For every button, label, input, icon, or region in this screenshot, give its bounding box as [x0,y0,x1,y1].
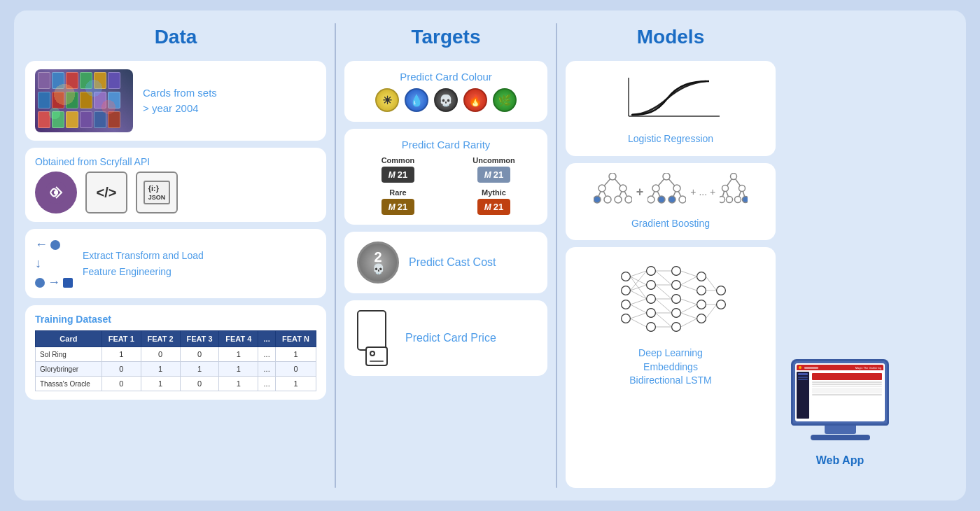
data-title: Data [25,23,326,54]
rarity-uncommon: Uncommon M21 [449,156,539,183]
svg-point-47 [647,267,656,276]
svg-point-14 [604,196,611,203]
rarity-title: Predict Card Rarity [402,139,491,150]
monitor-stand [825,426,856,434]
table-row: Sol Ring1001...1 [36,347,316,362]
cards-text-line2: > year 2004 [143,101,217,117]
scryfall-icon [35,172,77,214]
dots-sign: + ... + [690,186,715,197]
price-icon [357,310,396,366]
gb-title: Gradient Boosting [631,217,710,231]
svg-point-54 [672,295,681,304]
data-column: Data [25,23,326,488]
svg-point-43 [622,272,631,281]
svg-point-29 [679,196,686,203]
svg-line-92 [706,304,716,318]
monitor-base [811,435,870,440]
svg-point-62 [717,300,726,309]
svg-point-46 [622,314,631,323]
svg-line-88 [680,318,696,327]
monitor-screen: Magic The Gathering [795,363,885,421]
uncommon-badge: M21 [477,167,510,183]
svg-line-84 [680,285,696,290]
svg-point-39 [720,196,725,202]
etl-icon: ← ↓ → [35,237,73,290]
svg-point-42 [743,196,748,202]
models-column: Models Logistic Regression [566,23,776,488]
code-icon: </> [85,172,127,214]
svg-point-25 [673,185,680,192]
svg-line-74 [655,271,671,285]
svg-line-72 [630,318,646,327]
main-container: Data [14,10,966,500]
svg-line-68 [630,290,646,299]
svg-point-59 [697,300,706,309]
table-row: Thassa's Oracle0101...1 [36,377,316,391]
gradient-boosting-panel: + + ... + [566,163,776,241]
svg-line-71 [630,313,646,318]
col-card: Card [36,331,102,347]
price-title: Predict Card Price [405,332,496,344]
col-feat4: FEAT 4 [219,331,258,347]
col-feat1: FEAT 1 [102,331,141,347]
logistic-title: Logistic Regression [628,132,713,146]
cards-image [35,69,133,132]
cards-text: Cards from sets > year 2004 [143,85,217,117]
svg-line-89 [706,276,716,290]
etl-panel: ← ↓ → Extract Transform and Load Feature… [25,229,326,298]
api-label: Obtained from Scryfall API [35,156,316,167]
svg-point-16 [625,196,632,203]
svg-point-61 [717,286,726,295]
svg-line-78 [655,299,671,313]
svg-point-12 [620,185,626,192]
col-featn: FEAT N [276,331,316,347]
rarity-rare: Rare M21 [353,188,443,215]
plus-1: + [636,185,644,200]
svg-point-53 [672,281,681,290]
predict-rarity-panel: Predict Card Rarity Common M21 Uncommon … [344,129,547,225]
targets-column: Targets Predict Card Colour ☀ 💧 💀 🔥 🌿 Pr… [344,23,547,488]
tree-3-icon [720,173,748,211]
svg-point-56 [672,323,681,332]
svg-line-86 [680,304,696,313]
colour-icons: ☀ 💧 💀 🔥 🌿 [375,88,517,112]
svg-point-55 [672,309,681,318]
svg-point-28 [668,196,676,203]
svg-point-13 [594,196,601,203]
common-badge: M21 [382,167,414,183]
mana-black: 💀 [434,88,458,112]
json-icon: {i:}JSON [136,172,178,214]
webapp-monitor: Magic The Gathering [791,359,889,467]
svg-point-15 [615,196,622,203]
webapp-column: Magic The Gathering [784,23,896,488]
svg-point-38 [739,185,746,191]
tree-2-icon [648,173,686,211]
divider-1 [335,23,336,488]
colour-title: Predict Card Colour [400,71,492,83]
svg-point-36 [731,173,737,179]
rarity-mythic: Mythic M21 [449,188,539,215]
svg-line-76 [655,285,671,299]
webapp-label[interactable]: Web App [816,454,864,467]
rare-badge: M21 [382,199,414,215]
predict-colour-panel: Predict Card Colour ☀ 💧 💀 🔥 🌿 [344,61,547,122]
deep-learning-panel: Deep Learning Embeddings Bidirectional L… [566,247,776,488]
training-table: Card FEAT 1 FEAT 2 FEAT 3 FEAT 4 ... FEA… [35,330,316,391]
svg-point-45 [622,300,631,309]
divider-2 [556,23,557,488]
mana-blue: 💧 [405,88,428,112]
rarity-common: Common M21 [353,156,443,183]
svg-point-49 [647,295,656,304]
svg-line-87 [680,313,696,318]
svg-point-1 [54,190,58,195]
neural-network-visual [615,257,727,341]
models-title: Models [566,23,776,54]
logistic-regression-panel: Logistic Regression [566,61,776,156]
cards-panel: Cards from sets > year 2004 [25,61,326,141]
etl-text: Extract Transform and Load Feature Engin… [83,248,204,279]
svg-point-50 [647,309,656,318]
svg-point-10 [609,173,616,180]
svg-point-58 [697,286,706,295]
svg-point-44 [622,286,631,295]
predict-cast-panel: 2 💀 Predict Cast Cost [344,232,547,293]
